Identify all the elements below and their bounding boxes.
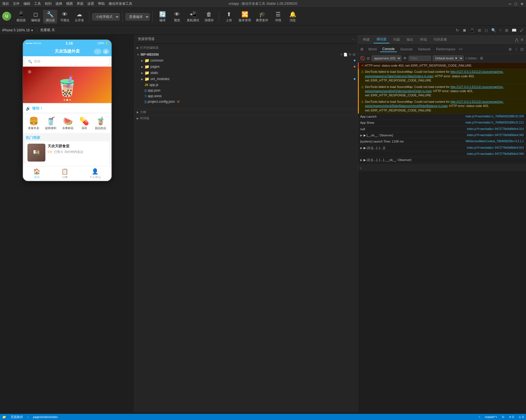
expand-icon-11[interactable]: ▶ bbox=[360, 158, 362, 162]
preview-button[interactable]: 👁 预览 bbox=[170, 10, 184, 24]
status-warnings[interactable]: ⚠ 0 bbox=[518, 415, 524, 419]
collapse-all-icon[interactable]: ⊟ bbox=[353, 53, 355, 57]
console-dock-icon[interactable]: ⊡ bbox=[520, 47, 524, 52]
hot-reload-toggle[interactable]: 热重载 关 bbox=[40, 28, 55, 32]
education-button[interactable]: 🎓 教育套件 bbox=[254, 10, 271, 24]
status-git[interactable]: master*+ bbox=[485, 415, 497, 419]
outline-section[interactable]: ▶ 大纲 bbox=[134, 109, 358, 115]
open-editors-toggle[interactable]: ▶ 打开的编辑器 bbox=[134, 45, 358, 51]
tab-home[interactable]: 🏠 首页 bbox=[33, 168, 40, 179]
stop-icon[interactable]: ⏹ bbox=[462, 28, 466, 32]
refresh-icon[interactable]: ↻ bbox=[456, 28, 459, 32]
file-app-wxss[interactable]: S app.wxss bbox=[134, 93, 358, 99]
expand-icon-9[interactable]: ▶ bbox=[360, 146, 362, 150]
remote-debug-button[interactable]: 📲 真机调试 bbox=[185, 10, 201, 24]
settings-console-icon[interactable]: ⚙ bbox=[480, 56, 483, 60]
cloud-button[interactable]: ☁ 云开发 bbox=[72, 10, 86, 24]
detail-button[interactable]: ☰ 详情 bbox=[271, 10, 285, 24]
compile-dropdown[interactable]: 普通编译 bbox=[125, 13, 150, 20]
file-app-js[interactable]: JS app.js bbox=[134, 82, 358, 88]
folder-uni-modules[interactable]: ▶ 📁 uni_modules bbox=[134, 76, 358, 82]
devtools-tab-terminal[interactable]: 终端 bbox=[417, 36, 430, 43]
message-button[interactable]: 🔔 消息 bbox=[286, 10, 300, 24]
devtools-tab-output[interactable]: 输出 bbox=[404, 36, 416, 43]
menu-item-help[interactable]: 帮助 bbox=[98, 1, 105, 6]
folder-common[interactable]: ▶ 📁 common bbox=[134, 57, 358, 64]
new-file-icon[interactable]: 📄 bbox=[343, 53, 348, 57]
console-settings-icon[interactable]: ⚙ bbox=[508, 47, 512, 52]
console-tab-wxml[interactable]: Wxml bbox=[366, 47, 379, 52]
mode-dropdown[interactable]: 小程序模式 bbox=[92, 13, 120, 20]
menu-item-settings[interactable]: 设置 bbox=[87, 1, 94, 6]
menu-item-edit[interactable]: 编辑 bbox=[24, 1, 30, 6]
devtools-tab-build[interactable]: 构建 bbox=[360, 36, 373, 43]
default-levels-select[interactable]: Default levels ▼ bbox=[433, 55, 464, 61]
console-source-5[interactable]: main.js?t=wechat&s=1_7b99b0302d98c31:112 bbox=[466, 121, 524, 125]
clear-console-icon[interactable]: 🚫 bbox=[360, 56, 365, 60]
console-source-8[interactable]: WAServiceMainContext_7084698258v=3.3.1.1 bbox=[466, 139, 524, 144]
file-project-config-json[interactable]: {} project.config.json M bbox=[134, 99, 358, 104]
close-icon[interactable]: ✕ bbox=[520, 2, 524, 6]
tab-order[interactable]: 📋 订单 bbox=[61, 168, 68, 179]
device-selector[interactable]: iPhone 5 100% 16 ▼ bbox=[2, 28, 33, 32]
category-medicine[interactable]: 💊 买药 bbox=[79, 116, 89, 130]
debugger-button[interactable]: 🔧 调试器 bbox=[43, 10, 57, 24]
tab-profile[interactable]: 👤 个人中心 bbox=[90, 168, 101, 179]
search-bar[interactable]: 🔍 搜索 bbox=[25, 58, 109, 65]
add-file-icon[interactable]: + bbox=[340, 53, 342, 57]
console-source-7[interactable]: index.js?t=wechat&s=.9472778e9d6b6e4:340 bbox=[467, 133, 524, 137]
console-tab-performance[interactable]: Performance bbox=[434, 47, 458, 52]
menu-item-project[interactable]: 项目 bbox=[2, 1, 9, 6]
category-fruit[interactable]: 🍉 水果鲜花 bbox=[62, 116, 73, 130]
branch-icon[interactable]: ⑂ bbox=[499, 28, 502, 32]
filter-input[interactable] bbox=[409, 56, 431, 61]
upload-button[interactable]: ⬆ 上传 bbox=[222, 10, 236, 24]
menu-item-goto[interactable]: 转到 bbox=[45, 1, 52, 6]
cache-button[interactable]: 🗑 清缓存 bbox=[202, 10, 216, 24]
console-more-icon[interactable]: ⋮ bbox=[514, 47, 518, 52]
book-icon[interactable]: 📖 bbox=[512, 28, 516, 32]
status-git-icon[interactable]: ⑂ bbox=[478, 415, 480, 419]
editor-button[interactable]: ◻ 编辑器 bbox=[29, 10, 43, 24]
console-input[interactable] bbox=[363, 166, 524, 170]
category-food[interactable]: 🍔 美食外卖 bbox=[28, 116, 39, 130]
devtools-collapse-icon[interactable]: ⋀ bbox=[515, 38, 518, 42]
maximize-icon[interactable]: □ bbox=[515, 2, 517, 6]
console-devtools-icon[interactable]: ⚙ bbox=[360, 47, 364, 52]
console-tab-console[interactable]: Console bbox=[380, 46, 397, 52]
console-tab-sources[interactable]: Sources bbox=[398, 47, 415, 52]
simulator-button[interactable]: 📱 模拟器 bbox=[14, 10, 28, 24]
menu-item-select[interactable]: 选择 bbox=[55, 1, 62, 6]
visual-button[interactable]: 👁 可视化 bbox=[58, 10, 72, 24]
portrait-icon[interactable]: 📱 bbox=[470, 28, 474, 32]
console-source-9[interactable]: index.js?t=wechat&s=.9472778e9d6b6e4:314 bbox=[467, 146, 524, 150]
category-convenience[interactable]: 🥤 超商便利 bbox=[45, 116, 56, 130]
devtools-tab-issues[interactable]: 问题 bbox=[390, 36, 403, 43]
devtools-tab-debugger[interactable]: 调试器 bbox=[374, 36, 389, 43]
grid-icon[interactable]: ⊞ bbox=[505, 28, 508, 32]
nav-action-icon[interactable]: ⊕ bbox=[103, 49, 109, 54]
console-source-10[interactable]: index.js?t=wechat&s=.9472778e9d6b6e4:340 bbox=[467, 152, 524, 156]
status-errors[interactable]: ✕ 0 bbox=[509, 415, 514, 419]
console-source-4[interactable]: main.js?t=wechat&s=1_7b99b0302d98c31:109 bbox=[466, 115, 524, 119]
expand-icon-7[interactable]: ▶ bbox=[360, 133, 362, 137]
category-dessert[interactable]: 🧋 甜品饮品 bbox=[95, 116, 106, 130]
folder-static[interactable]: ▶ 📁 static bbox=[134, 70, 358, 76]
devtools-tab-code-quality[interactable]: 代码质量 bbox=[431, 36, 450, 43]
timeline-section[interactable]: ▶ 时间线 bbox=[134, 115, 358, 121]
filter-icon[interactable]: ⊘ bbox=[367, 56, 370, 60]
menu-item-tools[interactable]: 工具 bbox=[34, 1, 41, 6]
merchant-card[interactable]: 🍱 天农天骄食堂 5分 已售:0 30分钟内送达 bbox=[25, 141, 109, 164]
expand-icon[interactable]: ⊞ bbox=[478, 28, 481, 32]
folder-pages[interactable]: ▶ 📁 pages bbox=[134, 64, 358, 70]
eye-icon[interactable]: 👁 bbox=[403, 56, 407, 60]
more-icon[interactable]: 🖊 bbox=[520, 28, 524, 32]
project-header[interactable]: ▼ MP-WEIXIN + 📄 ↻ ⊟ bbox=[134, 52, 358, 57]
file-app-json[interactable]: {} app.json bbox=[134, 88, 358, 93]
menu-item-interface[interactable]: 界面 bbox=[77, 1, 83, 6]
menu-item-wechat-devtools[interactable]: 微信开发者工具 bbox=[109, 1, 132, 6]
menu-item-view[interactable]: 视图 bbox=[66, 1, 73, 6]
more-console-tabs-icon[interactable]: >> bbox=[459, 47, 463, 51]
phone-outline-icon[interactable]: ◻ bbox=[485, 28, 488, 32]
search-icon[interactable]: 🔍 bbox=[491, 28, 496, 32]
